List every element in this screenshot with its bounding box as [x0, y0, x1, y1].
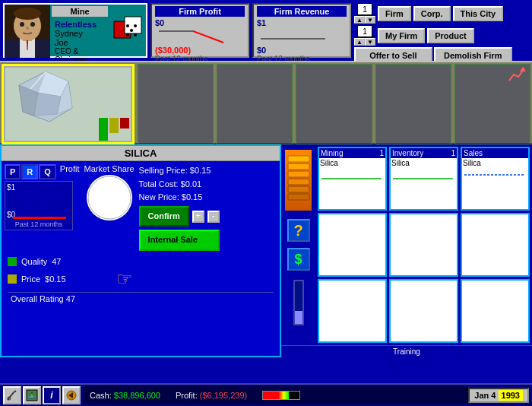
- grid-area: Mining 1 Silica Inventory 1: [315, 144, 532, 345]
- hand-pointer-icon: ☞: [116, 268, 133, 290]
- inventory-item: Silica: [391, 159, 456, 167]
- svg-point-8: [26, 27, 29, 30]
- bar-red: [120, 118, 129, 128]
- bottom-icons: i: [0, 385, 84, 406]
- svg-point-13: [134, 24, 137, 27]
- question-button[interactable]: ?: [287, 219, 310, 242]
- mining-cell: Mining 1 Silica: [318, 147, 387, 211]
- mining-label: Mining: [321, 149, 343, 157]
- profile-info: Relentless Sydney Joe CEO & Chairman: [52, 18, 108, 65]
- profile-person: Joe: [55, 38, 105, 47]
- overall-value: 47: [66, 294, 75, 303]
- firm-profit-past: ($30,000): [155, 46, 245, 55]
- product-display: [2, 64, 135, 144]
- vertical-progress: [293, 280, 304, 325]
- inventory-label: Inventory: [392, 149, 423, 157]
- firm-num2-up[interactable]: ▲: [354, 38, 365, 46]
- total-cost-value: $0.01: [181, 179, 202, 189]
- mining-header: Mining 1: [319, 148, 385, 158]
- back-icon[interactable]: [62, 386, 81, 404]
- right-main-area: ? $ Mining 1 Silica: [281, 144, 532, 345]
- training-label: Training: [281, 345, 532, 357]
- bar-yellow: [109, 118, 119, 133]
- firm-button[interactable]: Firm: [378, 6, 411, 21]
- cash-display: Cash: $38,896,600: [90, 391, 160, 400]
- pie-chart: [87, 175, 132, 220]
- middle-section: [0, 61, 532, 144]
- empty-slot-4: [375, 64, 451, 144]
- date-box: Jan 4 1993: [468, 388, 529, 403]
- corp-button[interactable]: Corp.: [413, 6, 451, 21]
- profile-name: Relentless: [55, 20, 105, 29]
- prq-buttons: P R Q Profit: [5, 164, 80, 179]
- r-button[interactable]: R: [21, 164, 38, 179]
- progress-fill: [263, 392, 289, 399]
- prq-row: P R Q Profit $1 $0 Past 12 months: [5, 164, 277, 251]
- grid-cell-4: [389, 213, 458, 277]
- p-button[interactable]: P: [5, 164, 21, 179]
- firm-num1-up[interactable]: ▲: [354, 16, 365, 24]
- empty-slot-1: [138, 64, 214, 144]
- svg-rect-28: [288, 194, 309, 200]
- minus-button[interactable]: -: [207, 211, 220, 223]
- firm-revenue-title: Firm Revenue: [257, 6, 347, 17]
- trend-indicator: [508, 65, 526, 87]
- firm-num2-down[interactable]: ▼: [365, 38, 375, 46]
- this-city-button[interactable]: This City: [453, 6, 503, 21]
- firm-profit-title: Firm Profit: [155, 6, 245, 17]
- svg-marker-26: [520, 67, 526, 71]
- confirm-row: Confirm + -: [139, 206, 220, 227]
- firm-revenue-past: $0: [257, 46, 347, 55]
- mining-content: Silica: [319, 158, 385, 209]
- product-button[interactable]: Product: [427, 28, 474, 43]
- grid-cell-8: [461, 279, 530, 343]
- chart-period: Past 12 months: [5, 220, 72, 228]
- price-label: Price: [21, 274, 40, 284]
- svg-point-27: [88, 176, 131, 219]
- silica-panel: SILICA P R Q Profit $1 $0 Past: [0, 144, 281, 357]
- my-firm-button[interactable]: My Firm: [378, 28, 425, 43]
- sales-content: Silica: [462, 158, 528, 209]
- price-icon: [8, 274, 17, 284]
- svg-point-14: [130, 29, 133, 32]
- quality-label: Quality: [21, 257, 47, 266]
- svg-line-38: [14, 391, 16, 392]
- svg-point-12: [126, 24, 129, 27]
- mining-sub: 1: [379, 149, 384, 157]
- date-display: Jan 4: [474, 391, 496, 400]
- sales-chart: [463, 167, 527, 182]
- profile-city: Sydney: [55, 29, 105, 38]
- q-button[interactable]: Q: [39, 164, 56, 179]
- avatar: [5, 5, 50, 58]
- profit-tab-label: Profit: [60, 164, 80, 179]
- svg-rect-30: [288, 179, 309, 185]
- selling-price-label: Selling Price:: [139, 166, 188, 175]
- empty-slot-3: [296, 64, 372, 144]
- svg-point-7: [30, 22, 35, 27]
- dollar-button[interactable]: $: [287, 248, 310, 271]
- internal-sale-button[interactable]: Internal Sale: [139, 230, 220, 251]
- sales-item: Silica: [463, 159, 527, 167]
- firm-num1-down[interactable]: ▼: [365, 16, 375, 24]
- svg-rect-32: [288, 163, 309, 170]
- stack-icon: [287, 152, 311, 209]
- firm-profit-box: Firm Profit $0 ($30,000) Past 12 months: [150, 3, 249, 58]
- plus-button[interactable]: +: [192, 211, 204, 223]
- inventory-content: Silica: [391, 158, 457, 209]
- top-right-controls: 1 ▲ ▼ Firm Corp. This City 1 ▲ ▼ My Firm…: [354, 3, 512, 58]
- tools-icon[interactable]: [3, 386, 21, 404]
- inventory-sub: 1: [451, 149, 455, 157]
- profit-display: Profit: ($6,195,239): [176, 391, 247, 400]
- svg-marker-24: [34, 93, 61, 116]
- main-content: SILICA P R Q Profit $1 $0 Past: [0, 144, 532, 357]
- dice-icon: [112, 15, 143, 46]
- bar-green: [99, 118, 108, 141]
- inventory-cell: Inventory 1 Silica: [389, 147, 458, 211]
- overall-rating-row: Overall Rating 47: [8, 292, 274, 305]
- right-panel: ? $ Mining 1 Silica: [281, 144, 532, 357]
- info-icon[interactable]: i: [43, 386, 61, 404]
- map-icon[interactable]: [23, 386, 41, 404]
- profit-chart: $1 $0 Past 12 months: [5, 181, 73, 230]
- confirm-button[interactable]: Confirm: [139, 206, 189, 227]
- svg-rect-42: [28, 395, 36, 398]
